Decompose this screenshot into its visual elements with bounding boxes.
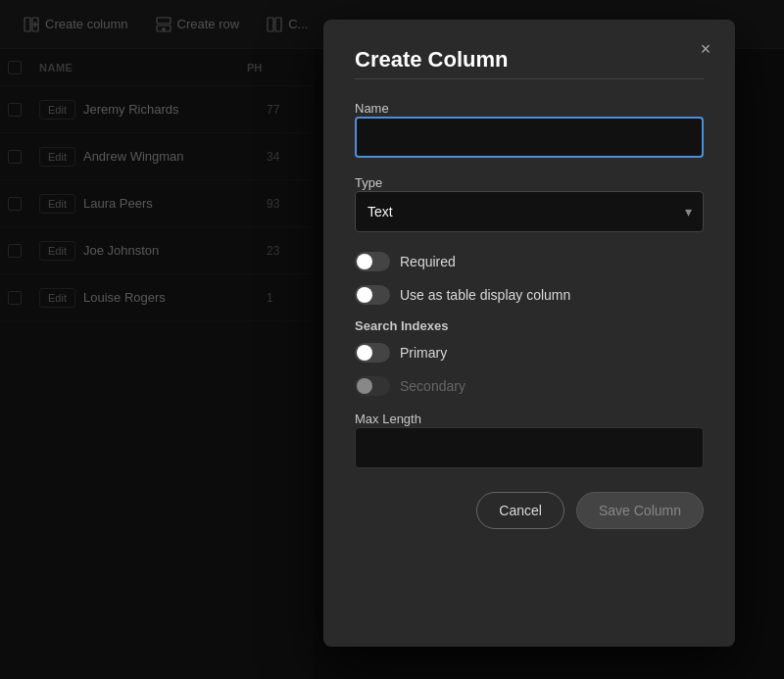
cancel-button[interactable]: Cancel — [476, 492, 564, 529]
save-column-button[interactable]: Save Column — [576, 492, 704, 529]
modal-divider — [355, 78, 704, 79]
modal-title: Create Column — [355, 47, 704, 73]
max-length-input[interactable] — [355, 427, 704, 468]
required-label: Required — [400, 254, 456, 269]
search-indexes-label: Search Indexes — [355, 318, 704, 333]
name-input[interactable] — [355, 117, 704, 158]
modal-footer: Cancel Save Column — [355, 492, 704, 529]
create-column-modal: × Create Column Name Type Text Number Bo… — [323, 20, 735, 647]
modal-close-button[interactable]: × — [692, 35, 719, 63]
secondary-toggle[interactable] — [355, 376, 390, 396]
use-as-display-toggle[interactable] — [355, 285, 390, 305]
use-as-display-toggle-row: Use as table display column — [355, 285, 704, 305]
max-length-section: Max Length — [355, 410, 704, 468]
primary-toggle[interactable] — [355, 343, 390, 363]
type-label: Type — [355, 175, 382, 190]
type-select[interactable]: Text Number Boolean Date Email URL — [355, 191, 704, 232]
name-label: Name — [355, 101, 389, 116]
use-as-display-label: Use as table display column — [400, 287, 570, 303]
primary-toggle-row: Primary — [355, 343, 704, 363]
max-length-label: Max Length — [355, 412, 421, 426]
primary-label: Primary — [400, 345, 447, 361]
type-select-wrapper: Text Number Boolean Date Email URL ▾ — [355, 191, 704, 232]
required-toggle[interactable] — [355, 252, 390, 271]
secondary-toggle-row: Secondary — [355, 376, 704, 396]
secondary-label: Secondary — [400, 378, 466, 394]
required-toggle-row: Required — [355, 252, 704, 271]
